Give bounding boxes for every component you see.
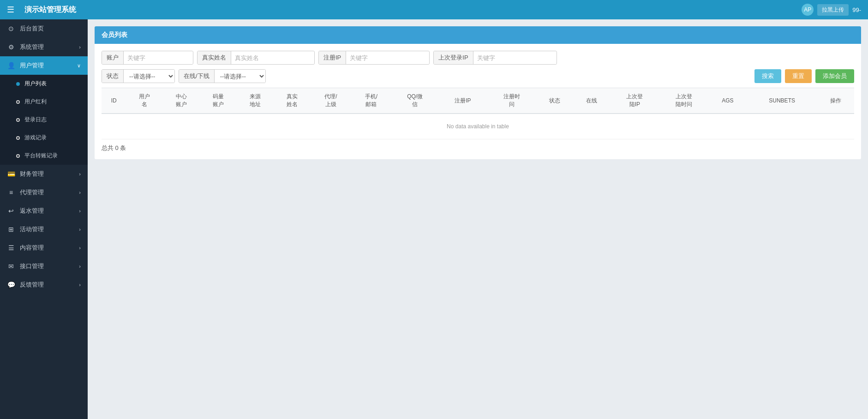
status-label: 状态 — [102, 70, 124, 83]
sidebar-label-content: 内容管理 — [20, 244, 44, 252]
sidebar-item-login-log[interactable]: 登录日志 — [0, 111, 88, 129]
sidebar-item-user[interactable]: 👤 用户管理 ∨ — [0, 56, 88, 75]
dashboard-icon: ⊙ — [7, 25, 15, 32]
last-login-ip-input[interactable] — [473, 51, 557, 64]
chevron-down-icon: ∨ — [77, 63, 81, 69]
add-member-button[interactable]: 添加会员 — [815, 69, 854, 83]
account-label: 账户 — [102, 51, 124, 64]
feedback-icon: 💬 — [7, 281, 15, 288]
bullet-icon — [16, 82, 20, 86]
bullet-icon — [16, 100, 20, 104]
sidebar: ⊙ 后台首页 ⚙ 系统管理 › 👤 用户管理 ∨ 用户列表 用户红利 登录日志 — [0, 19, 88, 419]
bullet-icon — [16, 136, 20, 140]
sidebar-item-agent[interactable]: ≡ 代理管理 › — [0, 183, 88, 202]
sidebar-item-content[interactable]: ☰ 内容管理 › — [0, 239, 88, 257]
layout: ⊙ 后台首页 ⚙ 系统管理 › 👤 用户管理 ∨ 用户列表 用户红利 登录日志 — [0, 19, 868, 419]
chevron-right-icon: › — [79, 190, 81, 195]
col-reg-time: 注册时问 — [487, 88, 536, 114]
sidebar-label-user: 用户管理 — [20, 61, 44, 70]
last-login-ip-filter-group: 上次登录IP — [433, 51, 557, 65]
reg-ip-input[interactable] — [346, 51, 429, 64]
reg-ip-label: 注册IP — [319, 51, 346, 64]
top-header: ☰ 演示站管理系统 AP 拉黑上传 99- — [0, 0, 868, 19]
status-select[interactable]: --请选择-- 正常 冻结 禁用 — [124, 70, 174, 83]
col-source-address: 来源地址 — [237, 88, 274, 114]
sidebar-item-finance[interactable]: 💳 财务管理 › — [0, 165, 88, 183]
chevron-right-icon: › — [79, 227, 81, 232]
card-header: 会员列表 — [95, 26, 861, 44]
card-body: 账户 真实姓名 注册IP 上次登录IP — [95, 44, 861, 159]
sidebar-label-transfer-record: 平台转账记录 — [24, 152, 58, 160]
chevron-right-icon: › — [79, 282, 81, 287]
table-header-row: ID 用户名 中心账户 码量账户 来源地址 真实姓名 代理/上级 手机/邮箱 Q… — [102, 88, 854, 114]
sidebar-item-feedback[interactable]: 💬 反馈管理 › — [0, 275, 88, 294]
sidebar-item-interface[interactable]: ✉ 接口管理 › — [0, 257, 88, 275]
table-footer: 总共 0 条 — [102, 144, 854, 152]
col-online: 在线 — [573, 88, 610, 114]
app-title: 演示站管理系统 — [24, 5, 76, 15]
sidebar-label-game-record: 游戏记录 — [24, 134, 47, 142]
search-button[interactable]: 搜索 — [754, 69, 781, 83]
col-phone-email: 手机/邮箱 — [351, 88, 391, 114]
member-list-card: 会员列表 账户 真实姓名 注册IP — [95, 26, 861, 159]
user-icon: 👤 — [7, 62, 15, 69]
header-right: AP 拉黑上传 99- — [802, 4, 861, 16]
hamburger-icon[interactable]: ☰ — [7, 5, 14, 15]
no-data-row: No data available in table — [102, 114, 854, 139]
realname-filter-group: 真实姓名 — [197, 51, 315, 65]
avatar-icon: AP — [802, 4, 814, 16]
account-filter-group: 账户 — [102, 51, 193, 65]
chevron-right-icon: › — [79, 263, 81, 269]
sidebar-item-rebate[interactable]: ↩ 返水管理 › — [0, 202, 88, 220]
col-qq-wechat: QQ/微信 — [391, 88, 438, 114]
sidebar-label-dashboard: 后台首页 — [20, 24, 44, 33]
sidebar-item-transfer-record[interactable]: 平台转账记录 — [0, 147, 88, 165]
member-table: ID 用户名 中心账户 码量账户 来源地址 真实姓名 代理/上级 手机/邮箱 Q… — [102, 88, 854, 139]
bullet-icon — [16, 154, 20, 158]
col-center-account: 中心账户 — [163, 88, 200, 114]
sidebar-label-rebate: 返水管理 — [20, 207, 44, 215]
no-data-cell: No data available in table — [102, 114, 854, 139]
sidebar-item-user-list[interactable]: 用户列表 — [0, 75, 88, 93]
col-username: 用户名 — [126, 88, 163, 114]
account-input[interactable] — [124, 51, 193, 64]
chevron-right-icon: › — [79, 171, 81, 177]
sidebar-item-user-bonus[interactable]: 用户红利 — [0, 93, 88, 111]
realname-input[interactable] — [231, 51, 314, 64]
col-realname: 真实姓名 — [274, 88, 311, 114]
sidebar-label-activity: 活动管理 — [20, 225, 44, 233]
col-ags: AGS — [708, 88, 747, 114]
status-filter-group: 状态 --请选择-- 正常 冻结 禁用 — [102, 69, 175, 83]
sidebar-label-finance: 财务管理 — [20, 170, 44, 178]
main-content: 会员列表 账户 真实姓名 注册IP — [88, 19, 868, 419]
col-last-login-ip: 上次登陆IP — [610, 88, 659, 114]
col-status: 状态 — [536, 88, 573, 114]
online-select[interactable]: --请选择-- 在线 下线 — [215, 70, 265, 83]
sidebar-label-interface: 接口管理 — [20, 262, 44, 270]
filter-row-1: 账户 真实姓名 注册IP 上次登录IP — [102, 51, 854, 65]
col-reg-ip: 注册IP — [438, 88, 487, 114]
content-icon: ☰ — [7, 244, 15, 251]
realname-label: 真实姓名 — [198, 51, 231, 64]
sidebar-label-feedback: 反馈管理 — [20, 281, 44, 289]
reg-ip-filter-group: 注册IP — [318, 51, 430, 65]
sidebar-label-login-log: 登录日志 — [24, 116, 47, 124]
sidebar-item-dashboard[interactable]: ⊙ 后台首页 — [0, 19, 88, 38]
rebate-icon: ↩ — [7, 207, 15, 215]
col-agent: 代理/上级 — [311, 88, 351, 114]
reset-button[interactable]: 重置 — [785, 69, 812, 83]
sidebar-item-system[interactable]: ⚙ 系统管理 › — [0, 38, 88, 56]
sidebar-item-game-record[interactable]: 游戏记录 — [0, 129, 88, 147]
chevron-right-icon: › — [79, 44, 81, 50]
blacklist-upload-button[interactable]: 拉黑上传 — [817, 4, 849, 16]
col-sunbets: SUNBETS — [747, 88, 817, 114]
finance-icon: 💳 — [7, 170, 15, 178]
col-last-login-time: 上次登陆时问 — [659, 88, 709, 114]
sidebar-label-user-bonus: 用户红利 — [24, 98, 47, 106]
chevron-right-icon: › — [79, 208, 81, 214]
activity-icon: ⊞ — [7, 226, 15, 233]
sidebar-item-activity[interactable]: ⊞ 活动管理 › — [0, 220, 88, 239]
sidebar-label-agent: 代理管理 — [20, 188, 44, 197]
bullet-icon — [16, 118, 20, 122]
sidebar-label-system: 系统管理 — [20, 43, 44, 51]
